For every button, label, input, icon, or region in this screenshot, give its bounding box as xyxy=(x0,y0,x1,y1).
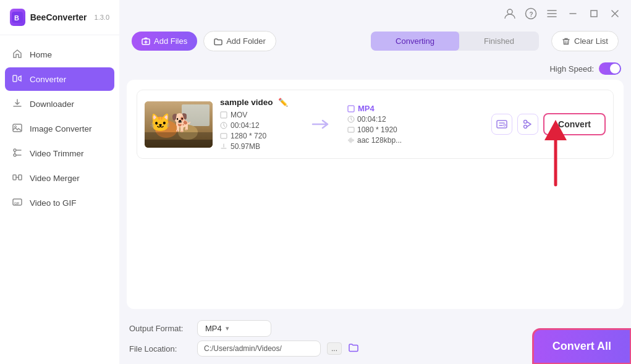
output-format-value: MP4 xyxy=(205,324,222,333)
output-format-label: Output Format: xyxy=(129,324,191,333)
target-format: MP4 xyxy=(358,104,375,113)
source-duration: 00:04:12 xyxy=(231,121,260,130)
svg-rect-17 xyxy=(182,104,210,126)
app-version: 1.3.0 xyxy=(95,14,109,21)
high-speed-row: High Speed: xyxy=(119,60,631,80)
open-folder-icon[interactable] xyxy=(348,342,359,355)
cut-icon-btn[interactable] xyxy=(517,114,538,135)
user-icon-btn[interactable] xyxy=(501,5,519,22)
convert-arrow xyxy=(302,118,340,130)
file-path-display: C:/Users/admin/Videos/ xyxy=(197,341,321,357)
convert-all-button[interactable]: Convert All xyxy=(533,329,631,364)
target-audio-row: aac 128kbp... xyxy=(347,136,484,145)
sidebar-item-video-to-gif[interactable]: GIF Video to GIF xyxy=(5,191,114,214)
svg-point-25 xyxy=(179,121,188,132)
sidebar-item-image-converter-label: Image Converter xyxy=(30,124,92,133)
file-name-row: sample video ✏️ xyxy=(220,98,294,107)
sidebar-item-video-trimmer[interactable]: Video Trimmer xyxy=(5,142,114,165)
svg-text:GIF: GIF xyxy=(14,201,19,205)
path-dots-button[interactable]: ... xyxy=(327,342,342,355)
app-name: BeeConverter xyxy=(30,12,87,22)
source-resolution: 1280 * 720 xyxy=(231,132,266,140)
source-format-row: MOV xyxy=(220,111,294,119)
svg-point-28 xyxy=(185,124,187,127)
source-format: MOV xyxy=(231,111,247,119)
titlebar-controls: ? xyxy=(501,5,624,22)
chevron-down-icon: ▾ xyxy=(226,324,229,332)
svg-rect-14 xyxy=(591,11,597,17)
target-duration-row: 00:04:12 xyxy=(347,115,484,124)
clear-list-button[interactable]: Clear List xyxy=(551,31,619,51)
svg-rect-33 xyxy=(348,106,354,112)
sidebar-item-downloader[interactable]: Downloader xyxy=(5,92,114,116)
svg-marker-21 xyxy=(164,116,167,119)
svg-point-19 xyxy=(158,118,166,128)
sidebar-item-image-converter[interactable]: Image Converter xyxy=(5,117,114,140)
svg-point-26 xyxy=(179,122,185,127)
tab-converting[interactable]: Converting xyxy=(371,32,459,51)
output-format-select[interactable]: MP4 ▾ xyxy=(197,320,271,337)
settings-icon-btn[interactable] xyxy=(491,114,512,135)
high-speed-label: High Speed: xyxy=(549,64,594,74)
svg-rect-37 xyxy=(504,124,506,126)
target-resolution: 1080 * 1920 xyxy=(357,125,397,134)
convert-single-button[interactable]: Convert xyxy=(543,113,606,135)
convert-single-label: Convert xyxy=(558,119,591,129)
menu-icon-btn[interactable] xyxy=(543,5,561,22)
bottom-bar: Output Format: MP4 ▾ File Location: C:/U… xyxy=(119,315,631,364)
svg-point-4 xyxy=(15,126,17,128)
image-converter-icon xyxy=(12,123,23,134)
sidebar-item-downloader-label: Downloader xyxy=(30,99,74,109)
add-folder-button[interactable]: Add Folder xyxy=(203,31,276,51)
svg-rect-29 xyxy=(145,140,213,148)
svg-point-23 xyxy=(163,121,166,124)
video-to-gif-icon: GIF xyxy=(12,197,23,208)
target-audio: aac 128kbp... xyxy=(357,136,402,145)
add-files-label: Add Files xyxy=(154,36,187,46)
target-duration: 00:04:12 xyxy=(357,115,386,124)
svg-point-27 xyxy=(181,124,184,126)
sidebar-item-home[interactable]: Home xyxy=(5,43,114,66)
svg-rect-32 xyxy=(221,133,227,138)
output-info: MP4 00:04:12 1080 * 1920 aac 128kbp... xyxy=(347,104,484,145)
source-size-row: 50.97MB xyxy=(220,142,294,151)
converter-icon xyxy=(12,74,23,85)
source-size: 50.97MB xyxy=(231,142,260,151)
app-logo: B xyxy=(10,9,25,26)
svg-rect-30 xyxy=(221,112,227,118)
svg-point-24 xyxy=(178,125,198,140)
tab-group: Converting Finished xyxy=(371,32,539,51)
file-meta: MOV 00:04:12 1280 * 720 50.97MB xyxy=(220,111,294,151)
source-duration-row: 00:04:12 xyxy=(220,121,294,130)
svg-text:B: B xyxy=(14,14,19,22)
tab-finished[interactable]: Finished xyxy=(459,32,539,51)
sidebar: B BeeConverter 1.3.0 Home Converter Down… xyxy=(0,0,119,364)
svg-point-18 xyxy=(155,121,177,138)
window-titlebar: ? xyxy=(119,0,631,22)
file-path-text: C:/Users/admin/Videos/ xyxy=(204,344,282,353)
action-buttons: Convert xyxy=(491,113,606,135)
maximize-btn[interactable] xyxy=(585,5,603,22)
sidebar-item-home-label: Home xyxy=(30,50,52,59)
sidebar-item-converter[interactable]: Converter xyxy=(5,67,114,91)
svg-rect-35 xyxy=(348,127,354,132)
sidebar-item-video-merger-label: Video Merger xyxy=(30,174,80,183)
sidebar-item-video-to-gif-label: Video to GIF xyxy=(30,198,77,208)
svg-text:?: ? xyxy=(530,11,533,18)
downloader-icon xyxy=(12,98,23,109)
source-resolution-row: 1280 * 720 xyxy=(220,132,294,140)
minimize-btn[interactable] xyxy=(564,5,582,22)
content-area: sample video ✏️ MOV 00:04:12 1280 * 720 xyxy=(127,80,624,309)
clear-list-label: Clear List xyxy=(574,36,608,46)
close-btn[interactable] xyxy=(606,5,624,22)
add-folder-label: Add Folder xyxy=(226,36,266,46)
sidebar-item-converter-label: Converter xyxy=(30,75,66,84)
svg-rect-2 xyxy=(13,75,17,82)
file-thumbnail xyxy=(145,101,213,148)
add-files-button[interactable]: Add Files xyxy=(132,32,197,51)
edit-icon[interactable]: ✏️ xyxy=(278,98,288,107)
video-trimmer-icon xyxy=(12,148,23,159)
sidebar-item-video-merger[interactable]: Video Merger xyxy=(5,166,114,190)
help-icon-btn[interactable]: ? xyxy=(522,5,540,22)
high-speed-toggle[interactable] xyxy=(599,62,621,75)
